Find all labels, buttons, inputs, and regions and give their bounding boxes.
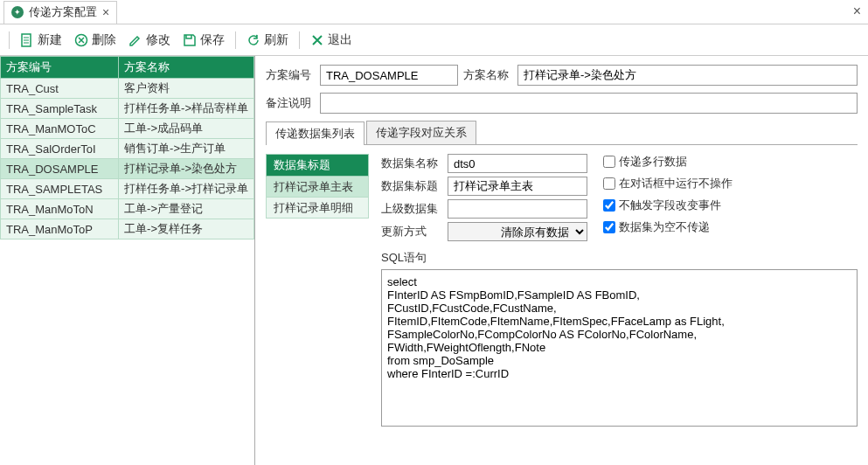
- globe-icon: ✦: [11, 6, 24, 18]
- sql-label: SQL语句: [381, 250, 858, 266]
- main-area: 方案编号 方案名称 TRA_Cust客户资料TRA_SampleTask打样任务…: [0, 56, 868, 465]
- exit-label: 退出: [328, 32, 352, 48]
- tab-bar: ✦ 传递方案配置 × ×: [0, 0, 868, 24]
- cell-code: TRA_ManMoToN: [1, 199, 119, 219]
- cell-name: 工单->产量登记: [119, 199, 254, 219]
- cell-code: TRA_ManMoToP: [1, 219, 119, 239]
- dataset-list: 数据集标题 打样记录单主表打样记录单明细: [266, 154, 369, 429]
- new-button[interactable]: 新建: [15, 29, 67, 52]
- list-item[interactable]: 打样记录单明细: [266, 198, 369, 219]
- tab-title: 传递方案配置: [29, 4, 97, 20]
- dataset-form: 数据集名称 数据集标题 上级数据集 更新方式: [381, 154, 858, 429]
- edit-button[interactable]: 修改: [123, 29, 176, 52]
- tab-config[interactable]: ✦ 传递方案配置 ×: [3, 1, 117, 24]
- refresh-label: 刷新: [264, 32, 288, 48]
- tab-field-mapping[interactable]: 传递字段对应关系: [366, 121, 476, 144]
- name-label: 方案名称: [463, 67, 512, 83]
- cell-code: TRA_ManMOToC: [1, 119, 119, 139]
- cell-name: 工单->成品码单: [119, 119, 254, 139]
- table-row[interactable]: TRA_ManMoToP工单->复样任务: [1, 219, 254, 239]
- edit-icon: [128, 33, 142, 47]
- update-select[interactable]: 清除原有数据: [448, 222, 587, 241]
- cell-code: TRA_Cust: [1, 79, 119, 99]
- parent-input[interactable]: [448, 199, 587, 219]
- chk-dialog[interactable]: 在对话框中运行不操作: [603, 176, 733, 191]
- table-row[interactable]: TRA_DOSAMPLE打样记录单->染色处方: [1, 159, 254, 179]
- chk-empty-box[interactable]: [603, 221, 615, 233]
- chk-multirow[interactable]: 传递多行数据: [603, 154, 733, 170]
- tab-dataset-list[interactable]: 传递数据集列表: [266, 121, 365, 145]
- exit-icon: [310, 33, 324, 47]
- sql-textarea[interactable]: select FInterID AS FSmpBomID,FSampleID A…: [381, 269, 858, 427]
- window-close-icon[interactable]: ×: [853, 3, 861, 19]
- cell-code: TRA_SampleTask: [1, 99, 119, 119]
- table-row[interactable]: TRA_SampleTask打样任务单->样品寄样单: [1, 99, 254, 119]
- right-panel: 方案编号 方案名称 备注说明 传递数据集列表 传递字段对应关系 数据集标题 打样…: [255, 56, 868, 465]
- cell-name: 打样记录单->染色处方: [119, 159, 254, 179]
- cell-name: 打样任务单->样品寄样单: [119, 99, 254, 119]
- subtabs: 传递数据集列表 传递字段对应关系: [266, 121, 858, 145]
- code-label: 方案编号: [266, 67, 315, 83]
- table-row[interactable]: TRA_ManMOToC工单->成品码单: [1, 119, 254, 139]
- dsname-input[interactable]: [448, 154, 587, 173]
- cell-name: 客户资料: [119, 79, 254, 99]
- scheme-table: 方案编号 方案名称 TRA_Cust客户资料TRA_SampleTask打样任务…: [0, 56, 254, 239]
- dsname-label: 数据集名称: [381, 156, 442, 171]
- chk-nochange[interactable]: 不触发字段改变事件: [603, 198, 733, 213]
- delete-icon: [74, 33, 88, 47]
- dstitle-input[interactable]: [448, 177, 587, 196]
- left-panel: 方案编号 方案名称 TRA_Cust客户资料TRA_SampleTask打样任务…: [0, 56, 255, 465]
- exit-button[interactable]: 退出: [305, 29, 358, 52]
- table-row[interactable]: TRA_SalOrderToI销售订单->生产订单: [1, 139, 254, 159]
- checkbox-column: 传递多行数据 在对话框中运行不操作 不触发字段改变事件 数据集为空不传递: [603, 154, 733, 245]
- table-row[interactable]: TRA_Cust客户资料: [1, 79, 254, 99]
- edit-label: 修改: [146, 32, 170, 48]
- cell-name: 打样任务单->打样记录单: [119, 179, 254, 199]
- dataset-pane: 数据集标题 打样记录单主表打样记录单明细 数据集名称 数据集标题: [266, 154, 858, 429]
- tab-close-icon[interactable]: ×: [102, 5, 109, 19]
- cell-name: 工单->复样任务: [119, 219, 254, 239]
- refresh-icon: [247, 33, 260, 47]
- col-code[interactable]: 方案编号: [1, 57, 119, 79]
- cell-code: TRA_DOSAMPLE: [1, 159, 119, 179]
- separator: [235, 31, 236, 49]
- remark-label: 备注说明: [266, 95, 315, 111]
- cell-code: TRA_SalOrderToI: [1, 139, 119, 159]
- chk-empty[interactable]: 数据集为空不传递: [603, 219, 733, 235]
- save-label: 保存: [200, 32, 225, 48]
- code-input[interactable]: [320, 65, 458, 86]
- chk-dialog-box[interactable]: [603, 177, 615, 190]
- name-input[interactable]: [517, 65, 858, 86]
- cell-code: TRA_SAMPLETAS: [1, 179, 119, 199]
- table-row[interactable]: TRA_ManMoToN工单->产量登记: [1, 199, 254, 219]
- dataset-list-header: 数据集标题: [266, 154, 369, 177]
- remark-input[interactable]: [320, 93, 858, 114]
- parent-label: 上级数据集: [381, 201, 442, 217]
- save-icon: [183, 33, 197, 47]
- save-button[interactable]: 保存: [177, 29, 230, 52]
- delete-button[interactable]: 删除: [69, 29, 122, 52]
- chk-nochange-box[interactable]: [603, 199, 615, 212]
- list-item[interactable]: 打样记录单主表: [266, 177, 369, 198]
- chk-multirow-box[interactable]: [603, 156, 615, 168]
- dstitle-label: 数据集标题: [381, 178, 442, 194]
- separator: [299, 31, 300, 49]
- toolbar: 新建 删除 修改 保存 刷新 退出: [0, 24, 868, 56]
- update-label: 更新方式: [381, 224, 442, 239]
- delete-label: 删除: [92, 32, 116, 48]
- new-label: 新建: [38, 32, 62, 48]
- table-row[interactable]: TRA_SAMPLETAS打样任务单->打样记录单: [1, 179, 254, 199]
- refresh-button[interactable]: 刷新: [241, 29, 294, 52]
- cell-name: 销售订单->生产订单: [119, 139, 254, 159]
- separator: [9, 31, 10, 49]
- col-name[interactable]: 方案名称: [119, 57, 254, 79]
- new-icon: [20, 33, 34, 47]
